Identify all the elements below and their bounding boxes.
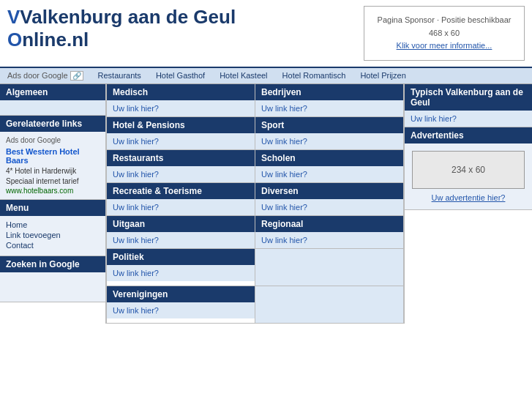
cat-restaurants: Restaurants Uw link hier? — [107, 150, 255, 183]
cat-recreatie: Recreatie & Toerisme Uw link hier? — [107, 183, 255, 216]
cat-body-scholen: Uw link hier? — [255, 166, 403, 182]
right-header-typisch: Typisch Valkenburg aan de Geul — [405, 84, 532, 111]
left-sidebar: Algemeen Gerelateerde links Ads door Goo… — [0, 84, 106, 324]
cat-scholen: Scholen Uw link hier? — [255, 150, 404, 183]
category-grid: Medisch Uw link hier? Bedrijven Uw link … — [106, 84, 404, 324]
sidebar-header-menu: Menu — [0, 200, 105, 216]
cat-body-restaurants: Uw link hier? — [107, 166, 255, 182]
logo-line2: Online.nl — [7, 29, 236, 51]
header: VValkenburg aan de Geul Online.nl Pagina… — [0, 0, 532, 68]
google-icon[interactable]: 🔗 — [70, 71, 83, 81]
nav-restaurants[interactable]: Restaurants — [98, 71, 141, 80]
cat-body-verenigingen: Uw link hier? — [107, 302, 255, 318]
cat-body-diversen: Uw link hier? — [255, 199, 403, 215]
cat-header-scholen: Scholen — [255, 150, 403, 166]
cat-link-diversen[interactable]: Uw link hier? — [261, 203, 307, 212]
cat-empty-2 — [255, 286, 404, 324]
nav-hotel-kasteel[interactable]: Hotel Kasteel — [220, 71, 267, 80]
cat-bedrijven: Bedrijven Uw link hier? — [255, 84, 404, 117]
cat-body-medisch: Uw link hier? — [107, 100, 255, 116]
cat-link-bedrijven[interactable]: Uw link hier? — [261, 104, 307, 113]
right-section-advertenties: Advertenties 234 x 60 Uw advertentie hie… — [405, 127, 532, 210]
cat-header-recreatie: Recreatie & Toerisme — [107, 183, 255, 199]
cat-header-diversen: Diversen — [255, 183, 403, 199]
menu-link-toevoegen[interactable]: Link toevoegen — [6, 231, 100, 239]
cat-body-bedrijven: Uw link hier? — [255, 100, 403, 116]
cat-link-uitgaan[interactable]: Uw link hier? — [113, 236, 159, 245]
cat-header-medisch: Medisch — [107, 84, 255, 100]
cat-header-restaurants: Restaurants — [107, 150, 255, 166]
right-sidebar: Typisch Valkenburg aan de Geul Uw link h… — [404, 84, 532, 324]
cat-body-recreatie: Uw link hier? — [107, 199, 255, 215]
ad-inner: 234 x 60 — [412, 151, 525, 189]
sponsor-link[interactable]: Klik voor meer informatie... — [368, 40, 520, 53]
menu-home[interactable]: Home — [6, 220, 100, 229]
sidebar-body-algemeen — [0, 100, 105, 115]
sponsor-text-1: Pagina Sponsor · Positie beschikbaar — [368, 14, 520, 27]
right-header-advertenties: Advertenties — [405, 127, 532, 143]
cat-link-politiek[interactable]: Uw link hier? — [113, 269, 159, 277]
cat-body-sport: Uw link hier? — [255, 133, 403, 149]
cat-link-scholen[interactable]: Uw link hier? — [261, 170, 307, 179]
sidebar-body-gerelateerde: Ads door Google Best Western Hotel Baars… — [0, 132, 105, 199]
cat-body-empty2 — [255, 286, 403, 323]
sidebar-section-menu: Menu Home Link toevoegen Contact — [0, 200, 105, 256]
menu-contact[interactable]: Contact — [6, 241, 100, 250]
center-content: Medisch Uw link hier? Bedrijven Uw link … — [106, 84, 404, 324]
cat-header-hotel-pensions: Hotel & Pensions — [107, 117, 255, 133]
hotel-desc: 4* Hotel in Harderwijk Speciaal internet… — [6, 166, 100, 187]
sidebar-section-zoeken: Zoeken in Google — [0, 256, 105, 302]
sidebar-section-algemeen: Algemeen — [0, 84, 105, 116]
sidebar-section-gerelateerde: Gerelateerde links Ads door Google Best … — [0, 116, 105, 200]
cat-link-hotel-pensions[interactable]: Uw link hier? — [113, 137, 159, 146]
logo-line1: VValkenburg aan de Geul — [7, 6, 236, 29]
cat-body-politiek: Uw link hier? — [107, 265, 255, 281]
sponsor-text-2: 468 x 60 — [368, 27, 520, 40]
cat-politiek: Politiek Uw link hier? — [107, 249, 255, 286]
navbar: Ads door Google 🔗 Restaurants Hotel Gast… — [0, 68, 532, 84]
cat-link-medisch[interactable]: Uw link hier? — [113, 104, 159, 113]
right-section-typisch: Typisch Valkenburg aan de Geul Uw link h… — [405, 84, 532, 127]
right-body-typisch: Uw link hier? — [405, 111, 532, 127]
ad-link[interactable]: Uw advertentie hier? — [412, 193, 525, 202]
cat-header-regionaal: Regionaal — [255, 216, 403, 232]
cat-body-hotel-pensions: Uw link hier? — [107, 133, 255, 149]
sidebar-header-gerelateerde: Gerelateerde links — [0, 116, 105, 132]
cat-sport: Sport Uw link hier? — [255, 117, 404, 150]
cat-regionaal: Regionaal Uw link hier? — [255, 216, 404, 249]
sponsor-box: Pagina Sponsor · Positie beschikbaar 468… — [364, 6, 525, 61]
cat-empty-1 — [255, 249, 404, 286]
cat-verenigingen: Verenigingen Uw link hier? — [107, 286, 255, 324]
hotel-link[interactable]: Best Western Hotel Baars — [6, 147, 100, 165]
ad-box: 234 x 60 Uw advertentie hier? — [405, 143, 532, 209]
hotel-url: www.hotelbaars.com — [6, 187, 100, 195]
cat-uitgaan: Uitgaan Uw link hier? — [107, 216, 255, 249]
cat-link-restaurants[interactable]: Uw link hier? — [113, 170, 159, 179]
cat-link-recreatie[interactable]: Uw link hier? — [113, 203, 159, 212]
sidebar-body-menu: Home Link toevoegen Contact — [0, 216, 105, 256]
logo-o: O — [7, 29, 22, 51]
sidebar-header-algemeen: Algemeen — [0, 84, 105, 100]
cat-header-sport: Sport — [255, 117, 403, 133]
nav-hotel-prijzen[interactable]: Hotel Prijzen — [360, 71, 405, 80]
cat-header-bedrijven: Bedrijven — [255, 84, 403, 100]
cat-link-regionaal[interactable]: Uw link hier? — [261, 236, 307, 245]
cat-link-verenigingen[interactable]: Uw link hier? — [113, 306, 159, 315]
cat-header-politiek: Politiek — [107, 249, 255, 265]
cat-hotel-pensions: Hotel & Pensions Uw link hier? — [107, 117, 255, 150]
cat-header-uitgaan: Uitgaan — [107, 216, 255, 232]
cat-body-empty1 — [255, 249, 403, 286]
cat-link-sport[interactable]: Uw link hier? — [261, 137, 307, 146]
right-link-typisch[interactable]: Uw link hier? — [411, 114, 457, 123]
logo-v: V — [7, 6, 20, 28]
logo: VValkenburg aan de Geul Online.nl — [7, 6, 236, 51]
nav-hotel-romantisch[interactable]: Hotel Romantisch — [282, 71, 346, 80]
cat-diversen: Diversen Uw link hier? — [255, 183, 404, 216]
main-layout: Algemeen Gerelateerde links Ads door Goo… — [0, 84, 532, 324]
sidebar-header-zoeken: Zoeken in Google — [0, 256, 105, 272]
sidebar-body-zoeken — [0, 272, 105, 302]
cat-header-verenigingen: Verenigingen — [107, 286, 255, 302]
nav-hotel-gasthof[interactable]: Hotel Gasthof — [156, 71, 205, 80]
cat-body-uitgaan: Uw link hier? — [107, 232, 255, 248]
cat-body-regionaal: Uw link hier? — [255, 232, 403, 248]
